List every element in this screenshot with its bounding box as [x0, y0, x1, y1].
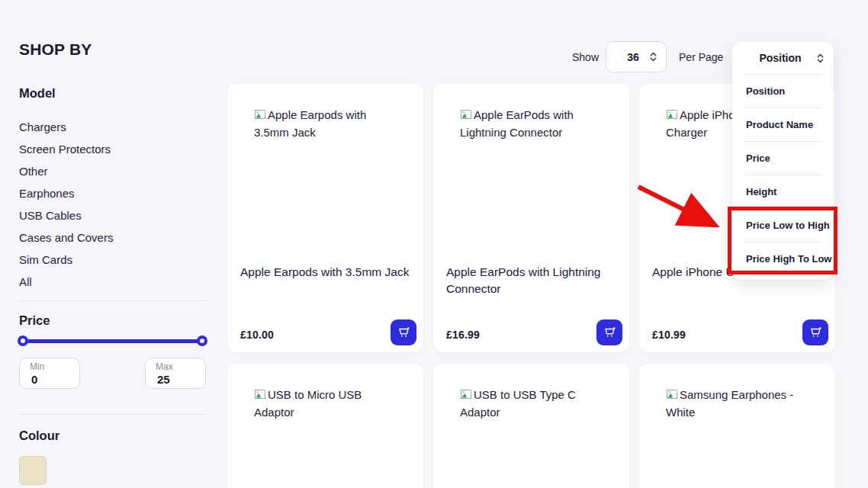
image-alt-text: Apple EarPods with	[474, 108, 574, 121]
product-title[interactable]: Apple EarPods with Lightning Connector	[446, 264, 619, 297]
model-filter-screen-protectors[interactable]: Screen Protectors	[19, 138, 206, 160]
image-alt-text: Adaptor	[460, 404, 617, 422]
product-image-broken[interactable]: Apple Earpods with 3.5mm Jack	[254, 107, 411, 141]
product-price: £10.00	[240, 329, 274, 341]
price-min-label: Min	[30, 361, 79, 373]
slider-track	[19, 339, 206, 343]
cart-icon	[396, 325, 411, 340]
broken-image-icon	[460, 108, 472, 120]
add-to-cart-button[interactable]	[596, 319, 622, 345]
product-card-apple-earpods-35mm: Apple Earpods with 3.5mm Jack Apple Earp…	[227, 84, 423, 352]
sort-option-price-high-to-low[interactable]: Price High To Low	[732, 242, 834, 275]
shop-page: SHOP BY Model Chargers Screen Protectors…	[0, 0, 868, 488]
model-filter-all[interactable]: All	[19, 271, 206, 293]
colour-filter-heading: Colour	[19, 429, 206, 443]
sort-option-product-name[interactable]: Product Name	[732, 108, 834, 141]
price-filter-heading: Price	[19, 313, 206, 328]
product-price: £10.99	[652, 329, 686, 341]
product-image-broken[interactable]: Samsung Earphones - White	[666, 387, 823, 421]
filter-sidebar: SHOP BY Model Chargers Screen Protectors…	[19, 40, 206, 485]
product-card-apple-earpods-lightning: Apple EarPods with Lightning Connector A…	[433, 84, 629, 352]
model-filter-earphones[interactable]: Earphones	[19, 182, 206, 204]
model-filter-chargers[interactable]: Chargers	[19, 116, 206, 138]
product-card-samsung-earphones: Samsung Earphones - White	[639, 364, 835, 488]
page-title: SHOP BY	[19, 40, 206, 59]
price-max-label: Max	[156, 361, 205, 373]
model-filter-cases-and-covers[interactable]: Cases and Covers	[19, 226, 206, 249]
price-max-field[interactable]: Max 25	[145, 358, 206, 389]
broken-image-icon	[666, 388, 678, 400]
page-size-value: 36	[617, 51, 649, 63]
broken-image-icon	[666, 108, 678, 120]
colour-swatch-beige[interactable]	[19, 456, 47, 485]
price-max-value[interactable]: 25	[156, 373, 205, 386]
price-range-inputs: Min 0 Max 25	[19, 358, 206, 389]
sort-option-price[interactable]: Price	[732, 142, 834, 175]
price-min-field[interactable]: Min 0	[19, 358, 80, 389]
model-filter-heading: Model	[19, 86, 206, 101]
image-alt-text: Apple iPho	[680, 108, 735, 121]
product-card-usb-typec-adaptor: USB to USB Type C Adaptor	[433, 364, 629, 488]
image-alt-text: USB to Micro USB	[268, 388, 362, 401]
image-alt-text: Lightning Connector	[460, 124, 617, 142]
image-alt-text: 3.5mm Jack	[254, 124, 411, 142]
sort-option-position[interactable]: Position	[732, 75, 834, 108]
chevron-up-down-icon	[816, 53, 825, 64]
product-title[interactable]: Apple Earpods with 3.5mm Jack	[240, 264, 413, 281]
listing-toolbar: Show 36 Per Page	[572, 41, 723, 72]
image-alt-text: Adaptor	[254, 404, 411, 422]
product-image-broken[interactable]: USB to USB Type C Adaptor	[460, 387, 617, 421]
sort-option-price-low-to-high[interactable]: Price Low to High	[732, 209, 834, 242]
product-image-broken[interactable]: USB to Micro USB Adaptor	[254, 387, 411, 421]
sidebar-divider	[19, 300, 206, 301]
sort-option-height[interactable]: Height	[732, 175, 834, 208]
image-alt-text: White	[666, 404, 823, 422]
slider-min-handle[interactable]	[18, 336, 28, 346]
chevron-up-down-icon	[649, 51, 657, 63]
price-range-slider[interactable]	[19, 336, 206, 346]
product-price: £16.99	[446, 329, 480, 341]
per-page-label: Per Page	[679, 51, 723, 63]
model-filter-other[interactable]: Other	[19, 160, 206, 182]
image-alt-text: Samsung Earphones -	[680, 388, 793, 401]
model-filter-usb-cables[interactable]: USB Cables	[19, 204, 206, 226]
show-label: Show	[572, 51, 599, 63]
cart-icon	[602, 325, 617, 340]
model-filter-list: Chargers Screen Protectors Other Earphon…	[19, 116, 206, 293]
price-min-value[interactable]: 0	[30, 373, 79, 386]
broken-image-icon	[460, 388, 472, 400]
add-to-cart-button[interactable]	[802, 319, 828, 345]
cart-icon	[808, 325, 823, 340]
broken-image-icon	[254, 108, 266, 120]
sidebar-divider	[19, 414, 206, 415]
image-alt-text: Apple Earpods with	[268, 108, 366, 121]
sort-select[interactable]: Position	[732, 42, 834, 74]
model-filter-sim-cards[interactable]: Sim Cards	[19, 249, 206, 271]
add-to-cart-button[interactable]	[391, 319, 416, 345]
product-card-usb-micro-adaptor: USB to Micro USB Adaptor	[227, 364, 423, 488]
sort-selected-value: Position	[744, 52, 816, 64]
broken-image-icon	[254, 388, 266, 400]
slider-max-handle[interactable]	[197, 336, 207, 346]
page-size-select[interactable]: 36	[606, 41, 667, 72]
product-image-broken[interactable]: Apple EarPods with Lightning Connector	[460, 107, 617, 141]
image-alt-text: USB to USB Type C	[474, 388, 576, 401]
sort-dropdown: Position Position Product Name Price Hei…	[732, 42, 834, 280]
